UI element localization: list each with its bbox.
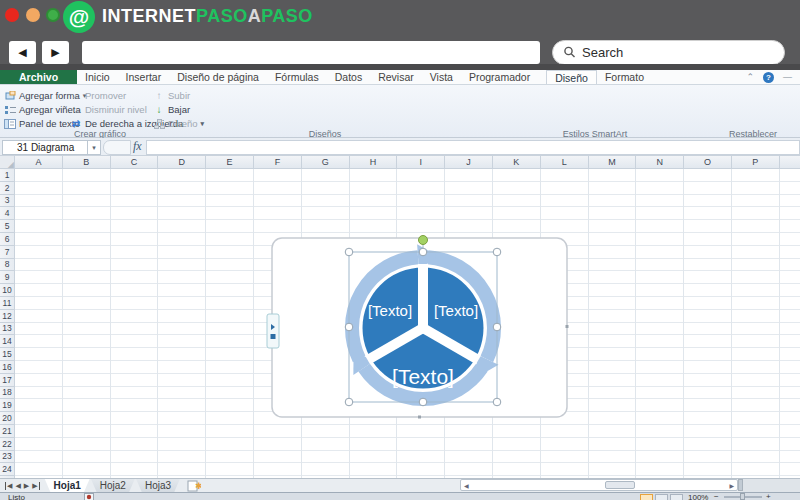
row-header[interactable]: 17 (0, 374, 14, 387)
back-button[interactable]: ◀ (9, 41, 36, 64)
column-header[interactable]: H (350, 156, 398, 168)
row-headers[interactable]: 1234567891011121314151617181920212223242… (0, 169, 15, 478)
row-header[interactable]: 1 (0, 169, 14, 182)
scroll-right-icon[interactable]: ▶ (729, 482, 737, 489)
macro-record-icon[interactable] (84, 493, 94, 500)
segment-label-bottom[interactable]: [Texto] (392, 365, 454, 388)
column-header[interactable]: B (63, 156, 111, 168)
column-header[interactable]: E (206, 156, 254, 168)
tab-insertar[interactable]: Insertar (118, 70, 170, 84)
zoom-slider-handle[interactable] (740, 493, 745, 500)
column-header[interactable]: J (445, 156, 493, 168)
row-header[interactable]: 6 (0, 233, 14, 246)
row-header[interactable]: 24 (0, 463, 14, 476)
sheet-tab-hoja3[interactable]: Hoja3 (136, 479, 180, 493)
tab-formato[interactable]: Formato (597, 70, 652, 84)
row-header[interactable]: 19 (0, 399, 14, 412)
select-all-corner[interactable]: ◢ (0, 156, 15, 169)
column-header[interactable]: F (254, 156, 302, 168)
disminuir-nivel-button[interactable]: → Disminuir nivel (70, 103, 147, 116)
last-sheet-button[interactable]: ▶ (32, 482, 39, 490)
column-header[interactable]: G (302, 156, 350, 168)
tab-revisar[interactable]: Revisar (370, 70, 422, 84)
insert-function-button[interactable]: fx (133, 139, 142, 154)
collapse-ribbon-icon[interactable]: ⌃ (746, 72, 754, 82)
row-header[interactable]: 16 (0, 361, 14, 374)
zoom-in-icon[interactable]: + (766, 492, 771, 500)
smartart-object[interactable]: [Texto] [Texto] [Texto] (265, 230, 575, 426)
column-header[interactable]: A (15, 156, 63, 168)
row-header[interactable]: 14 (0, 335, 14, 348)
row-header[interactable]: 15 (0, 348, 14, 361)
tab-archivo[interactable]: Archivo (0, 70, 77, 84)
name-box[interactable]: 31 Diagrama (2, 140, 88, 155)
diseno-organigrama-button[interactable]: Diseño▾ (153, 117, 204, 130)
view-normal-button[interactable] (640, 494, 653, 500)
column-header[interactable]: O (684, 156, 732, 168)
row-header[interactable]: 20 (0, 412, 14, 425)
bajar-button[interactable]: ↓ Bajar (153, 103, 190, 116)
minimize-icon[interactable]: — (783, 72, 792, 82)
formula-input[interactable] (146, 140, 800, 155)
tab-inicio[interactable]: Inicio (77, 70, 118, 84)
column-header[interactable]: M (589, 156, 637, 168)
column-header[interactable]: N (636, 156, 684, 168)
segment-label-top-left[interactable]: [Texto] (368, 302, 412, 319)
row-header[interactable]: 23 (0, 451, 14, 464)
help-icon[interactable]: ? (763, 72, 774, 83)
subir-button[interactable]: ↑ Subir (153, 89, 190, 102)
column-header[interactable]: I (397, 156, 445, 168)
row-header[interactable]: 12 (0, 310, 14, 323)
scroll-left-icon[interactable]: ◀ (461, 482, 469, 489)
tab-formulas[interactable]: Fórmulas (267, 70, 327, 84)
first-sheet-button[interactable]: ◀ (5, 482, 12, 490)
column-header[interactable]: P (732, 156, 780, 168)
row-header[interactable]: 3 (0, 195, 14, 208)
prev-sheet-button[interactable]: ◀ (15, 482, 20, 490)
column-header[interactable]: D (158, 156, 206, 168)
row-header[interactable]: 5 (0, 220, 14, 233)
segment-label-top-right[interactable]: [Texto] (434, 302, 478, 319)
row-header[interactable]: 18 (0, 387, 14, 400)
window-zoom-icon[interactable] (46, 8, 60, 22)
scroll-thumb[interactable] (605, 481, 635, 489)
zoom-level[interactable]: 100% (688, 493, 708, 500)
tab-programador[interactable]: Programador (461, 70, 538, 84)
zoom-out-icon[interactable]: − (714, 492, 719, 500)
frame-handle[interactable] (566, 325, 569, 328)
tab-datos[interactable]: Datos (327, 70, 370, 84)
row-header[interactable]: 13 (0, 323, 14, 336)
row-header[interactable]: 11 (0, 297, 14, 310)
column-headers[interactable]: ABCDEFGHIJKLMNOP (15, 156, 800, 169)
name-box-dropdown[interactable]: ▾ (88, 140, 101, 155)
view-page-layout-button[interactable] (655, 494, 668, 500)
column-header[interactable]: C (111, 156, 159, 168)
address-bar[interactable] (82, 41, 540, 64)
row-header[interactable]: 21 (0, 425, 14, 438)
text-pane-toggle[interactable] (267, 314, 279, 348)
column-header[interactable]: K (493, 156, 541, 168)
row-header[interactable]: 4 (0, 207, 14, 220)
row-header[interactable]: 9 (0, 271, 14, 284)
window-minimize-icon[interactable] (26, 8, 40, 22)
tab-vista[interactable]: Vista (422, 70, 461, 84)
frame-handle[interactable] (418, 416, 421, 419)
next-sheet-button[interactable]: ▶ (24, 482, 29, 490)
tab-diseno-pagina[interactable]: Diseño de página (169, 70, 267, 84)
insert-sheet-button[interactable]: ✱ (187, 480, 201, 492)
promover-button[interactable]: ← Promover (70, 89, 126, 102)
tab-diseno-smartart[interactable]: Diseño (546, 70, 597, 84)
window-close-icon[interactable] (5, 8, 19, 22)
view-page-break-button[interactable] (670, 494, 683, 500)
sheet-tab-hoja2[interactable]: Hoja2 (91, 479, 135, 493)
row-header[interactable]: 2 (0, 182, 14, 195)
rotation-handle[interactable] (419, 236, 428, 245)
row-header[interactable]: 22 (0, 438, 14, 451)
column-header[interactable]: L (541, 156, 589, 168)
row-header[interactable]: 7 (0, 246, 14, 259)
forward-button[interactable]: ▶ (42, 41, 69, 64)
horizontal-scrollbar[interactable]: ◀ ▶ (460, 479, 738, 491)
row-header[interactable]: 8 (0, 259, 14, 272)
sheet-tab-hoja1[interactable]: Hoja1 (45, 479, 90, 493)
tab-split-handle[interactable] (738, 479, 743, 491)
